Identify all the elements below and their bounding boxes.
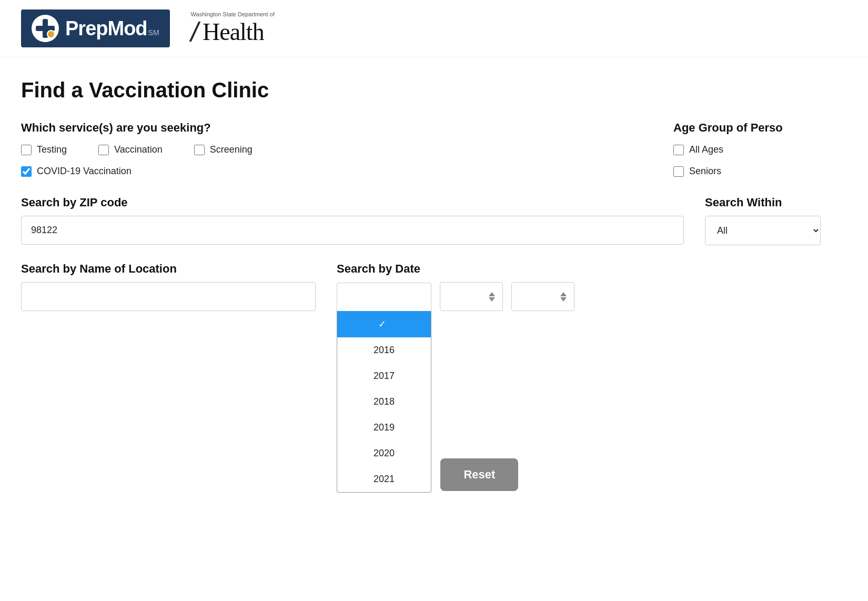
month-spinner[interactable] [440, 282, 503, 311]
screening-input[interactable] [194, 145, 205, 155]
zip-section: Search by ZIP code [21, 196, 684, 245]
testing-checkbox[interactable]: Testing [21, 144, 67, 155]
screening-checkbox[interactable]: Screening [194, 144, 253, 155]
covid19-label: COVID-19 Vaccination [37, 166, 132, 177]
search-within-select[interactable]: All 5 miles 10 miles 25 miles 50 miles 1… [705, 216, 821, 245]
age-group-label: Age Group of Perso [673, 121, 821, 135]
zip-label: Search by ZIP code [21, 196, 684, 209]
testing-input[interactable] [21, 145, 32, 155]
seniors-label: Seniors [689, 166, 721, 177]
health-state-text: Washington State Department of [191, 11, 275, 18]
cross-icon [34, 17, 57, 40]
checkmark-icon: ✓ [378, 318, 386, 330]
search-within-label: Search Within [705, 196, 821, 209]
year-option-2017[interactable]: 2017 [337, 363, 431, 389]
vaccination-input[interactable] [98, 145, 109, 155]
seniors-checkbox[interactable]: Seniors [673, 166, 821, 177]
logo-icon [32, 15, 59, 42]
day-arrows[interactable] [560, 292, 567, 302]
month-up-arrow-icon[interactable] [489, 292, 495, 296]
year-option-blank[interactable]: ✓ [337, 311, 431, 337]
health-logo: Washington State Department of / Health [191, 11, 275, 46]
all-ages-input[interactable] [673, 145, 684, 155]
reset-button[interactable]: Reset [440, 458, 518, 491]
zip-input[interactable] [21, 216, 684, 245]
seniors-input[interactable] [673, 166, 684, 177]
vaccination-label: Vaccination [114, 144, 163, 155]
day-down-arrow-icon[interactable] [560, 297, 567, 302]
svg-point-2 [47, 31, 55, 38]
year-option-2016[interactable]: 2016 [337, 337, 431, 363]
health-slash-icon: / [191, 18, 198, 46]
month-down-arrow-icon[interactable] [489, 297, 495, 302]
year-dropdown-container: ✓ 2016 2017 2018 2019 2020 2021 [337, 283, 431, 311]
location-name-input[interactable] [21, 282, 316, 311]
year-option-2019[interactable]: 2019 [337, 415, 431, 440]
age-group-section: Age Group of Perso All Ages Seniors [673, 121, 821, 177]
page-title: Find a Vaccination Clinic [21, 78, 821, 102]
day-up-arrow-icon[interactable] [560, 292, 567, 296]
prepmod-text: PrepMod [65, 17, 147, 40]
services-label: Which service(s) are you seeking? [21, 121, 652, 135]
all-ages-label: All Ages [689, 144, 723, 155]
vaccination-checkbox[interactable]: Vaccination [98, 144, 163, 155]
year-option-2020[interactable]: 2020 [337, 440, 431, 466]
year-value [347, 292, 349, 303]
month-arrows[interactable] [489, 292, 495, 302]
year-option-2021[interactable]: 2021 [337, 466, 431, 492]
month-value [448, 291, 479, 302]
covid19-input[interactable] [21, 166, 32, 177]
search-within-section: Search Within All 5 miles 10 miles 25 mi… [705, 196, 821, 245]
prepmod-sm: SM [148, 28, 159, 37]
location-name-label: Search by Name of Location [21, 262, 316, 276]
testing-label: Testing [37, 144, 67, 155]
day-value [519, 291, 551, 302]
header: PrepMod SM Washington State Department o… [0, 0, 868, 57]
location-name-section: Search by Name of Location [21, 262, 316, 311]
year-dropdown-list: ✓ 2016 2017 2018 2019 2020 2021 [337, 311, 431, 493]
date-label: Search by Date [337, 262, 574, 276]
covid19-checkbox[interactable]: COVID-19 Vaccination [21, 166, 132, 177]
main-content: Find a Vaccination Clinic Which service(… [0, 57, 842, 523]
year-option-2018[interactable]: 2018 [337, 389, 431, 415]
day-spinner[interactable] [511, 282, 574, 311]
prepmod-logo: PrepMod SM [21, 9, 170, 47]
date-section: Search by Date ✓ 2016 2017 2018 [337, 262, 574, 491]
screening-label: Screening [210, 144, 253, 155]
all-ages-checkbox[interactable]: All Ages [673, 144, 821, 155]
year-input[interactable] [337, 283, 431, 311]
health-word: Health [203, 18, 264, 46]
